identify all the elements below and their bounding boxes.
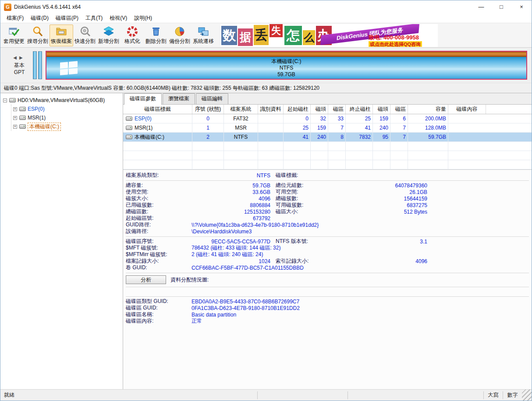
menu-file[interactable]: 檔案(F) [3, 14, 27, 23]
resize-grip[interactable] [522, 390, 532, 401]
cell-capacity: 128.0MB [408, 123, 448, 132]
menu-disk[interactable]: 磁碟(D) [27, 14, 52, 23]
col-header[interactable]: 檔案系統 [224, 105, 258, 114]
expand-icon[interactable]: + [13, 116, 17, 120]
ad-tile: 失 [270, 24, 283, 37]
menu-tools[interactable]: 工具(T) [82, 14, 106, 23]
search-partition-icon [32, 25, 44, 37]
detail-panel: 磁碟區參數 瀏覽檔案 磁區編輯 磁碟區標籤 序號 (狀態) 檔案系統 識別資料 … [123, 93, 532, 389]
detail-label: 索引記錄大小: [276, 257, 345, 265]
system-migration-button[interactable]: 系統遷移 [192, 25, 215, 46]
cell-end-sector: 7 [390, 123, 408, 132]
disk-mini-bar[interactable] [38, 51, 42, 79]
partition-icon [19, 116, 26, 120]
expand-icon[interactable]: + [13, 107, 17, 111]
collapse-icon[interactable]: − [3, 98, 7, 102]
col-header[interactable]: 磁區 [328, 105, 346, 114]
tab-bar: 磁碟區參數 瀏覽檔案 磁區編輯 [123, 93, 532, 105]
partition-table: 磁碟區標籤 序號 (狀態) 檔案系統 識別資料 起始磁柱 磁頭 磁區 終止磁柱 … [123, 105, 532, 169]
tab-partition-parameters[interactable]: 磁碟區參數 [124, 93, 162, 105]
detail-value: 9ECC-5AC5-CC5A-977D [192, 239, 270, 245]
disk-selector-bars [33, 51, 42, 79]
detail-value: \Device\HarddiskVolume3 [192, 229, 529, 235]
analyze-row: 分析 資料分配情況圖: [126, 273, 529, 287]
cell-end-head: 240 [373, 123, 390, 132]
partition-size: 59.7GB [272, 71, 301, 78]
cell-id [258, 123, 284, 132]
cell-end-head: 159 [373, 114, 390, 123]
allocation-map-label: 資料分配情況圖: [170, 276, 209, 284]
recover-files-button[interactable]: 恢復檔案 [50, 25, 73, 46]
cell-index: 1 [192, 123, 224, 132]
table-row-msr[interactable]: MSR(1) 1 MSR 25 159 7 41 240 7 128.0MB [123, 123, 532, 133]
new-partition-button[interactable]: 新增分割 [97, 25, 121, 46]
tab-browse-files[interactable]: 瀏覽檔案 [163, 93, 195, 104]
table-row-esp[interactable]: ESP(0) 0 FAT32 0 32 33 25 159 6 200.0MB [123, 114, 532, 123]
col-header[interactable]: 容量 [408, 105, 448, 114]
search-partition-button[interactable]: 搜尋分割 [26, 25, 50, 46]
expand-icon[interactable]: + [13, 125, 17, 129]
tab-sector-edit[interactable]: 磁區編輯 [196, 93, 228, 104]
col-header[interactable]: 序號 (狀態) [192, 105, 224, 114]
format-icon [127, 25, 138, 37]
quick-partition-icon [79, 25, 91, 37]
col-header[interactable]: 磁頭 [311, 105, 328, 114]
backup-partition-button[interactable]: 備份分割 [168, 25, 192, 46]
apply-changes-button[interactable]: 套用變更 [2, 25, 26, 46]
col-header[interactable]: 磁區 [390, 105, 408, 114]
tree-item-local-disk-c[interactable]: + 本機磁碟(C:) [12, 122, 121, 131]
table-row-local-disk-c[interactable]: 本機磁碟(C:) 2 NTFS 41 240 8 7832 95 7 59.7G… [123, 133, 532, 142]
toolbar: 套用變更 搜尋分割 恢復檔案 快速分割 新增分割 [0, 23, 532, 48]
details-section-capacity: 總容量: 59.7GB 總位元組數: 64078479360 使用空間: 33.… [126, 181, 529, 237]
minimize-button[interactable]: — [471, 0, 491, 14]
detail-label: 設備路徑: [126, 228, 192, 235]
format-button[interactable]: 格式化 [121, 25, 144, 46]
toolbar-button-label: 刪除分割 [145, 38, 167, 45]
detail-label: 磁碟標籤: [276, 172, 345, 179]
maximize-button[interactable]: □ [491, 0, 511, 14]
disk-mini-bar[interactable] [33, 51, 37, 79]
prev-disk-arrow[interactable]: ◀ [13, 55, 19, 60]
detail-value: 512 Bytes [345, 209, 427, 215]
new-partition-icon [103, 25, 115, 37]
menu-partition[interactable]: 磁碟區(P) [52, 14, 82, 23]
disk-nav: ◀▶ 基本 GPT [7, 55, 32, 76]
tree-item-esp[interactable]: + ESP(0) [12, 105, 121, 113]
col-header[interactable]: 磁頭 [373, 105, 390, 114]
tree-item-msr[interactable]: + MSR(1) [12, 113, 121, 122]
quick-partition-button[interactable]: 快速分割 [73, 25, 97, 46]
partition-bar-c[interactable]: 本機磁碟(C:) NTFS 59.7GB [46, 51, 527, 80]
cell-filesystem: NTFS [224, 133, 258, 141]
partition-name: 本機磁碟(C:) [272, 58, 301, 65]
toolbar-button-label: 套用變更 [4, 38, 25, 45]
tree-root-hd0[interactable]: − HD0:VMware,VMwareVirtualS(60GB) [2, 96, 121, 105]
menu-help[interactable]: 說明(H) [131, 14, 156, 23]
table-empty-row [123, 142, 532, 151]
ad-qq-link[interactable]: 或点击此处选择QQ咨询 [369, 41, 422, 47]
details-section-guid: 磁碟區類型 GUID: EBD0A0A2-B9E5-4433-87C0-68B6… [126, 297, 529, 326]
detail-value: 673792 [192, 215, 270, 222]
delete-partition-button[interactable]: 刪除分割 [144, 25, 168, 46]
detail-value: NTFS [192, 172, 270, 179]
ad-tile: 怎 [284, 26, 302, 45]
toolbar-button-label: 系統遷移 [193, 38, 214, 45]
ad-banner[interactable]: 数 据 丢 失 怎 么 办 DiskGenius 团队为您服务 致电: 400-… [220, 24, 438, 47]
partition-filesystem: NTFS [272, 65, 301, 71]
analyze-button[interactable]: 分析 [126, 275, 166, 284]
tree-root-label: HD0:VMware,VMwareVirtualS(60GB) [18, 97, 105, 103]
col-header[interactable]: 起始磁柱 [284, 105, 311, 114]
col-header[interactable]: 磁碟區標籤 [123, 105, 192, 114]
next-disk-arrow[interactable]: ▶ [19, 55, 25, 60]
toolbar-button-label: 格式化 [124, 38, 140, 45]
detail-value: 0FA1C3BA-D623-4E7B-9180-8710B1E91DD2 [192, 305, 529, 311]
detail-value: 1024 [192, 258, 270, 264]
col-header[interactable]: 識別資料 [258, 105, 284, 114]
cell-id [258, 114, 284, 123]
col-header[interactable]: 磁碟內容 [448, 105, 486, 114]
menu-view[interactable]: 檢視(V) [106, 14, 131, 23]
close-button[interactable]: × [511, 0, 532, 14]
table-header-row: 磁碟區標籤 序號 (狀態) 檔案系統 識別資料 起始磁柱 磁頭 磁區 終止磁柱 … [123, 105, 532, 114]
col-header[interactable]: 終止磁柱 [346, 105, 373, 114]
cell-start-head: 159 [311, 123, 328, 132]
disk-icon [9, 98, 16, 102]
